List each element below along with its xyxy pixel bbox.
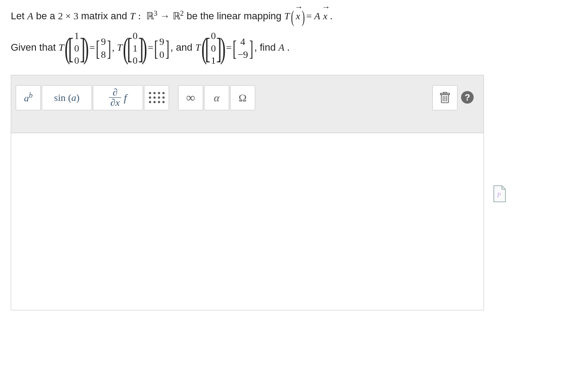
vec-x: x: [323, 9, 327, 23]
answer-input-area[interactable]: [11, 133, 484, 310]
help-icon: ?: [461, 91, 474, 104]
matrix-grid-icon: [149, 92, 165, 103]
svg-rect-5: [443, 92, 447, 93]
var-T: T: [130, 10, 135, 22]
period: .: [287, 42, 290, 53]
comma: ,: [170, 42, 176, 53]
result-1: 98: [101, 35, 106, 61]
result-3: 4−9: [238, 35, 248, 61]
text: matrix and: [81, 10, 130, 22]
var-T: T: [58, 42, 64, 53]
help-button[interactable]: ?: [458, 85, 476, 109]
trash-icon: [440, 92, 450, 104]
var-A: A: [27, 10, 33, 22]
real-R: ℝ: [146, 10, 154, 22]
real-R: ℝ: [173, 10, 180, 22]
var-A: A: [314, 10, 320, 22]
and: and: [176, 42, 195, 53]
problem-line-1: Let A be a 2 × 3 matrix and T : ℝ3 → ℝ2 …: [11, 8, 570, 23]
arrow: →: [160, 10, 173, 22]
vector-1: 100: [74, 30, 79, 67]
var-T: T: [117, 42, 122, 53]
page-notes-button[interactable]: P: [492, 185, 507, 203]
page-icon: P: [492, 185, 507, 203]
matrix-dim: 2 × 3: [58, 10, 78, 22]
text: Given that: [11, 42, 58, 53]
comma: ,: [112, 42, 117, 53]
sin-button[interactable]: sin (a): [42, 85, 92, 110]
vector-2: 010: [133, 30, 138, 67]
var-T: T: [195, 42, 200, 53]
text: Let: [11, 10, 27, 22]
alpha-button[interactable]: α: [204, 85, 229, 110]
infinity-button[interactable]: ∞: [178, 85, 203, 110]
editor-toolbar: ab sin (a) ∂ ∂x f: [11, 75, 484, 133]
sup-2: 2: [180, 9, 184, 17]
omega-button[interactable]: Ω: [230, 85, 255, 110]
problem-line-2: Given that T ( [ 100 ] ) = [ 98 ] , T ( …: [11, 30, 570, 67]
text: be a: [36, 10, 58, 22]
equals: =: [306, 10, 314, 22]
text: , find: [254, 42, 279, 53]
vec-x: x: [296, 9, 300, 23]
derivative-button[interactable]: ∂ ∂x f: [93, 85, 143, 110]
sup-3: 3: [154, 9, 157, 17]
text: be the linear mapping: [187, 10, 284, 22]
exponent-button[interactable]: ab: [16, 85, 41, 110]
period: .: [330, 10, 333, 22]
trash-button[interactable]: [432, 85, 457, 110]
equation-editor: ab sin (a) ∂ ∂x f: [11, 75, 484, 310]
text: :: [138, 10, 144, 22]
svg-text:P: P: [497, 192, 501, 199]
var-T: T: [284, 10, 290, 22]
matrix-button[interactable]: [144, 85, 169, 110]
var-A: A: [279, 42, 284, 53]
result-2: 90: [159, 35, 164, 61]
vector-3: 001: [211, 30, 216, 67]
